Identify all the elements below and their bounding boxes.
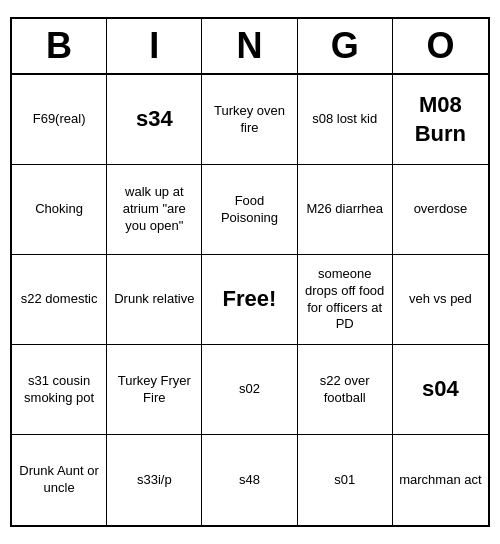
bingo-cell-17: s02 <box>202 345 297 435</box>
bingo-cell-10: s22 domestic <box>12 255 107 345</box>
bingo-cell-15: s31 cousin smoking pot <box>12 345 107 435</box>
bingo-cell-7: Food Poisoning <box>202 165 297 255</box>
bingo-cell-5: Choking <box>12 165 107 255</box>
bingo-cell-14: veh vs ped <box>393 255 488 345</box>
header-letter-g: G <box>298 19 393 73</box>
bingo-cell-21: s33i/p <box>107 435 202 525</box>
header-letter-n: N <box>202 19 297 73</box>
bingo-cell-4: M08 Burn <box>393 75 488 165</box>
bingo-cell-9: overdose <box>393 165 488 255</box>
bingo-cell-0: F69(real) <box>12 75 107 165</box>
bingo-cell-11: Drunk relative <box>107 255 202 345</box>
bingo-card: BINGO F69(real)s34Turkey oven fires08 lo… <box>10 17 490 527</box>
bingo-cell-1: s34 <box>107 75 202 165</box>
bingo-cell-2: Turkey oven fire <box>202 75 297 165</box>
bingo-cell-8: M26 diarrhea <box>298 165 393 255</box>
bingo-header: BINGO <box>12 19 488 75</box>
bingo-cell-16: Turkey Fryer Fire <box>107 345 202 435</box>
bingo-cell-23: s01 <box>298 435 393 525</box>
header-letter-b: B <box>12 19 107 73</box>
bingo-cell-18: s22 over football <box>298 345 393 435</box>
bingo-cell-3: s08 lost kid <box>298 75 393 165</box>
bingo-cell-19: s04 <box>393 345 488 435</box>
bingo-cell-6: walk up at atrium "are you open" <box>107 165 202 255</box>
bingo-cell-20: Drunk Aunt or uncle <box>12 435 107 525</box>
bingo-cell-12: Free! <box>202 255 297 345</box>
header-letter-o: O <box>393 19 488 73</box>
bingo-cell-22: s48 <box>202 435 297 525</box>
bingo-cell-13: someone drops off food for officers at P… <box>298 255 393 345</box>
bingo-grid: F69(real)s34Turkey oven fires08 lost kid… <box>12 75 488 525</box>
bingo-cell-24: marchman act <box>393 435 488 525</box>
header-letter-i: I <box>107 19 202 73</box>
